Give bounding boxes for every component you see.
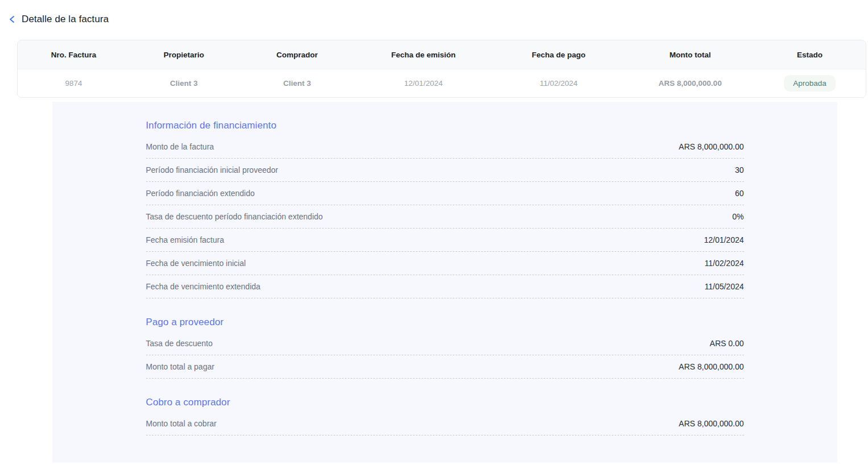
detail-row-periodo-financiacion-extendido: Período financiación extendido60 [146,182,744,205]
column-header-fecha-de-emision: Fecha de emisión [356,51,491,59]
detail-value: ARS 8,000,000.00 [679,142,744,151]
invoice-table: Nro. FacturaPropietarioCompradorFecha de… [17,40,866,98]
section-title: Pago a proveedor [146,317,744,328]
cell-monto-total: ARS 8,000,000.00 [626,79,754,88]
detail-label: Período financiación extendido [146,189,255,198]
cell-nro-factura: 9874 [18,79,130,88]
page-title: Detalle de la factura [22,14,109,25]
detail-row-tasa-de-descuento-periodo-financiacion-extendido: Tasa de descuento período financiación e… [146,205,744,229]
detail-value: 11/02/2024 [704,259,744,268]
section-informacion-de-financiamiento: Información de financiamientoMonto de la… [146,120,744,298]
detail-label: Tasa de descuento [146,339,213,348]
column-header-propietario: Propietario [130,51,238,59]
column-header-fecha-de-pago: Fecha de pago [491,51,627,59]
cell-estado: Aprobada [754,75,866,92]
back-button[interactable] [7,14,16,24]
detail-value: 60 [735,189,744,198]
cell-fecha-de-emision: 12/01/2024 [356,79,491,88]
detail-value: 30 [735,165,744,175]
detail-row-tasa-de-descuento: Tasa de descuentoARS 0.00 [146,332,744,355]
detail-label: Monto total a pagar [146,362,215,371]
detail-label: Monto total a cobrar [146,419,217,428]
detail-value: 0% [732,212,744,221]
detail-row-periodo-financiacion-inicial-proveedor: Período financiación inicial proveedor30 [146,159,744,182]
table-header-row: Nro. FacturaPropietarioCompradorFecha de… [18,40,866,69]
detail-label: Período financiación inicial proveedor [146,165,279,175]
section-pago-a-proveedor: Pago a proveedorTasa de descuentoARS 0.0… [146,317,744,379]
column-header-estado: Estado [754,51,866,59]
detail-row-monto-total-a-pagar: Monto total a pagarARS 8,000,000.00 [146,355,744,379]
cell-propietario: Client 3 [130,79,238,88]
detail-label: Fecha de vencimiento extendida [146,282,261,291]
chevron-left-icon [9,15,15,23]
cell-comprador: Client 3 [238,79,356,88]
detail-value: 11/05/2024 [704,282,744,291]
invoice-table-row: 9874Client 3Client 312/01/202411/02/2024… [18,69,866,97]
detail-label: Monto de la factura [146,142,214,151]
section-title: Información de financiamiento [146,120,744,131]
section-cobro-a-comprador: Cobro a compradorMonto total a cobrarARS… [146,397,744,435]
section-title: Cobro a comprador [146,397,744,408]
detail-row-monto-total-a-cobrar: Monto total a cobrarARS 8,000,000.00 [146,412,744,435]
detail-row-monto-de-la-factura: Monto de la facturaARS 8,000,000.00 [146,135,744,159]
detail-label: Fecha de vencimiento inicial [146,259,246,268]
column-header-nro-factura: Nro. Factura [18,51,130,59]
detail-value: ARS 8,000,000.00 [679,362,744,371]
status-badge: Aprobada [784,75,836,92]
cell-fecha-de-pago: 11/02/2024 [491,79,627,88]
column-header-monto-total: Monto total [626,51,754,59]
detail-label: Tasa de descuento período financiación e… [146,212,323,221]
detail-row-fecha-emision-factura: Fecha emisión factura12/01/2024 [146,229,744,252]
invoice-detail-panel: Información de financiamientoMonto de la… [52,102,837,463]
detail-sections: Información de financiamientoMonto de la… [146,120,744,435]
detail-row-fecha-de-vencimiento-extendida: Fecha de vencimiento extendida11/05/2024 [146,275,744,298]
detail-value: 12/01/2024 [704,235,744,244]
detail-label: Fecha emisión factura [146,235,225,244]
detail-value: ARS 0.00 [710,339,744,348]
invoice-detail-page: Detalle de la factura Nro. FacturaPropie… [0,14,868,463]
detail-value: ARS 8,000,000.00 [679,419,744,428]
column-header-comprador: Comprador [238,51,356,59]
page-header: Detalle de la factura [7,14,868,25]
detail-row-fecha-de-vencimiento-inicial: Fecha de vencimiento inicial11/02/2024 [146,252,744,275]
